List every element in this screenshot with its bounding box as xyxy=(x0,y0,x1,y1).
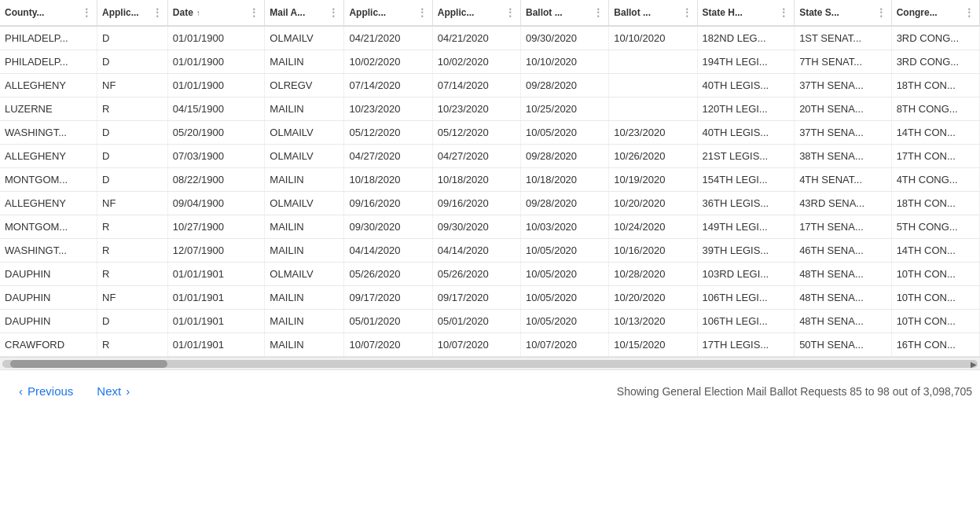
table-row: PHILADELP...D01/01/1900MAILIN10/02/20201… xyxy=(0,50,980,74)
cell-stateh-1: 194TH LEGI... xyxy=(697,50,795,74)
table-row: LUZERNER04/15/1900MAILIN10/23/202010/23/… xyxy=(0,97,980,121)
cell-ballot2-10: 10/28/2020 xyxy=(609,263,697,286)
cell-date-7: 09/04/1900 xyxy=(167,192,265,215)
table-row: WASHINGT...R12/07/1900MAILIN04/14/202004… xyxy=(0,239,980,263)
cell-congre-1: 3RD CONG... xyxy=(891,50,979,74)
cell-ballot1-8: 10/03/2020 xyxy=(521,215,609,239)
cell-applic3-8: 09/30/2020 xyxy=(432,215,520,239)
cell-ballot2-5: 10/26/2020 xyxy=(609,145,697,168)
cell-applic1-8: R xyxy=(97,215,168,239)
chevron-right-icon: › xyxy=(126,384,130,398)
cell-county-8: MONTGOM... xyxy=(0,215,97,239)
table-row: MONTGOM...D08/22/1900MAILIN10/18/202010/… xyxy=(0,168,980,192)
cell-date-2: 01/01/1900 xyxy=(167,74,265,97)
previous-button[interactable]: ‹ Previous xyxy=(8,380,84,402)
cell-county-11: DAUPHIN xyxy=(0,286,97,310)
cell-stateh-8: 149TH LEGI... xyxy=(697,215,795,239)
column-menu-icon-states[interactable]: ⋮ xyxy=(875,6,886,19)
cell-county-10: DAUPHIN xyxy=(0,263,97,286)
column-header-ballot2[interactable]: Ballot ...⋮ xyxy=(609,0,697,26)
cell-ballot2-4: 10/23/2020 xyxy=(609,121,697,145)
column-menu-icon-applic2[interactable]: ⋮ xyxy=(417,6,428,19)
cell-stateh-10: 103RD LEGI... xyxy=(697,263,795,286)
cell-mail-13: MAILIN xyxy=(265,333,344,357)
table-footer: ‹ Previous Next › Showing General Electi… xyxy=(0,369,980,412)
column-menu-icon-county[interactable]: ⋮ xyxy=(81,6,92,19)
cell-county-0: PHILADELP... xyxy=(0,26,97,50)
column-menu-icon-applic1[interactable]: ⋮ xyxy=(152,6,163,19)
cell-applic2-10: 05/26/2020 xyxy=(344,263,432,286)
cell-ballot1-6: 10/18/2020 xyxy=(521,168,609,192)
cell-states-2: 37TH SENA... xyxy=(795,74,892,97)
cell-applic1-3: R xyxy=(97,97,168,121)
column-header-applic1[interactable]: Applic...⋮ xyxy=(97,0,168,26)
cell-ballot1-1: 10/10/2020 xyxy=(521,50,609,74)
cell-stateh-13: 17TH LEGIS... xyxy=(697,333,795,357)
next-button[interactable]: Next › xyxy=(86,380,141,402)
column-menu-icon-applic3[interactable]: ⋮ xyxy=(505,6,516,19)
cell-county-13: CRAWFORD xyxy=(0,333,97,357)
cell-applic3-5: 04/27/2020 xyxy=(432,145,520,168)
cell-congre-0: 3RD CONG... xyxy=(891,26,979,50)
cell-states-4: 37TH SENA... xyxy=(795,121,892,145)
cell-county-4: WASHINGT... xyxy=(0,121,97,145)
column-header-stateh[interactable]: State H...⋮ xyxy=(697,0,795,26)
cell-ballot2-9: 10/16/2020 xyxy=(609,239,697,263)
column-header-mail[interactable]: Mail A...⋮ xyxy=(265,0,344,26)
column-menu-icon-mail[interactable]: ⋮ xyxy=(328,6,339,19)
next-label: Next xyxy=(97,384,121,398)
cell-applic3-13: 10/07/2020 xyxy=(432,333,520,357)
cell-stateh-2: 40TH LEGIS... xyxy=(697,74,795,97)
previous-label: Previous xyxy=(28,384,73,398)
cell-stateh-0: 182ND LEG... xyxy=(697,26,795,50)
column-header-applic2[interactable]: Applic...⋮ xyxy=(344,0,432,26)
column-menu-icon-ballot2[interactable]: ⋮ xyxy=(681,6,692,19)
col-label-date: Date xyxy=(173,7,193,18)
cell-congre-3: 8TH CONG... xyxy=(891,97,979,121)
cell-county-7: ALLEGHENY xyxy=(0,192,97,215)
cell-applic2-3: 10/23/2020 xyxy=(344,97,432,121)
scroll-right-icon[interactable]: ▶ xyxy=(967,359,980,368)
column-menu-icon-ballot1[interactable]: ⋮ xyxy=(593,6,604,19)
column-menu-icon-stateh[interactable]: ⋮ xyxy=(778,6,789,19)
cell-mail-11: MAILIN xyxy=(265,286,344,310)
table-row: DAUPHINNF01/01/1901MAILIN09/17/202009/17… xyxy=(0,286,980,310)
cell-congre-7: 18TH CON... xyxy=(891,192,979,215)
column-menu-icon-date[interactable]: ⋮ xyxy=(248,6,259,19)
cell-states-5: 38TH SENA... xyxy=(795,145,892,168)
cell-applic1-4: D xyxy=(97,121,168,145)
column-header-county[interactable]: County...⋮ xyxy=(0,0,97,26)
cell-date-6: 08/22/1900 xyxy=(167,168,265,192)
column-header-congre[interactable]: Congre...⋮ xyxy=(891,0,979,26)
cell-ballot2-0: 10/10/2020 xyxy=(609,26,697,50)
cell-date-9: 12/07/1900 xyxy=(167,239,265,263)
column-header-states[interactable]: State S...⋮ xyxy=(795,0,892,26)
column-menu-icon-congre[interactable]: ⋮ xyxy=(963,6,974,19)
cell-applic2-13: 10/07/2020 xyxy=(344,333,432,357)
data-table: County...⋮Applic...⋮Date ↑⋮Mail A...⋮App… xyxy=(0,0,980,357)
cell-applic2-2: 07/14/2020 xyxy=(344,74,432,97)
cell-applic1-13: R xyxy=(97,333,168,357)
col-label-stateh: State H... xyxy=(703,7,743,18)
cell-states-6: 4TH SENAT... xyxy=(795,168,892,192)
cell-applic1-9: R xyxy=(97,239,168,263)
column-header-applic3[interactable]: Applic...⋮ xyxy=(432,0,520,26)
column-header-ballot1[interactable]: Ballot ...⋮ xyxy=(521,0,609,26)
col-label-states: State S... xyxy=(799,7,839,18)
cell-mail-1: MAILIN xyxy=(265,50,344,74)
cell-stateh-9: 39TH LEGIS... xyxy=(697,239,795,263)
cell-congre-5: 17TH CON... xyxy=(891,145,979,168)
cell-congre-6: 4TH CONG... xyxy=(891,168,979,192)
cell-ballot1-7: 09/28/2020 xyxy=(521,192,609,215)
cell-applic2-9: 04/14/2020 xyxy=(344,239,432,263)
cell-congre-8: 5TH CONG... xyxy=(891,215,979,239)
cell-ballot1-3: 10/25/2020 xyxy=(521,97,609,121)
cell-mail-4: OLMAILV xyxy=(265,121,344,145)
horizontal-scrollbar[interactable]: ◀ ▶ xyxy=(0,357,980,369)
cell-applic3-7: 09/16/2020 xyxy=(432,192,520,215)
col-label-congre: Congre... xyxy=(897,7,938,18)
cell-applic1-0: D xyxy=(97,26,168,50)
cell-date-3: 04/15/1900 xyxy=(167,97,265,121)
cell-states-12: 48TH SENA... xyxy=(795,310,892,333)
column-header-date[interactable]: Date ↑⋮ xyxy=(167,0,265,26)
